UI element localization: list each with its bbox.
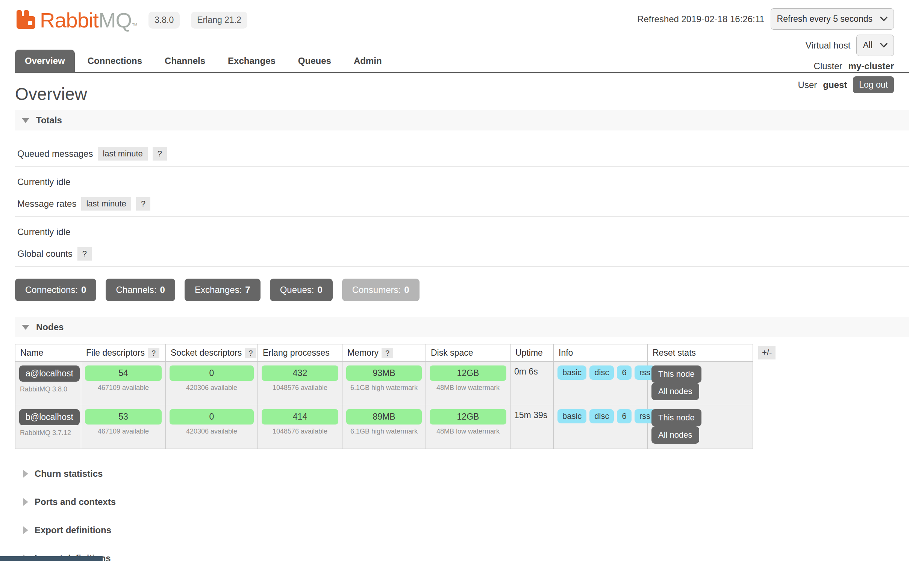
count-value: 0 xyxy=(317,285,322,295)
count-label: Exchanges: xyxy=(195,285,242,295)
memory-sub: 6.1GB high watermark xyxy=(346,428,422,435)
count-value: 7 xyxy=(245,285,250,295)
info-badge-disc: disc xyxy=(589,409,614,423)
virtual-host-select[interactable]: All xyxy=(856,35,894,56)
rates-period-badge[interactable]: last minute xyxy=(81,197,131,211)
disk-space-bar: 12GB xyxy=(430,409,506,425)
virtual-host-value: All xyxy=(863,40,872,50)
tab-connections[interactable]: Connections xyxy=(78,50,152,72)
memory-bar: 89MB xyxy=(346,409,422,425)
col-socket-descriptors: Socket descriptors? xyxy=(166,344,258,362)
expand-triangle-icon xyxy=(23,470,28,478)
global-counts-help-icon[interactable]: ? xyxy=(77,247,92,261)
disk-space-sub: 48MB low watermark xyxy=(430,428,506,435)
nodes-table: Name File descriptors? Socket descriptor… xyxy=(15,344,753,449)
rabbitmq-logo-icon xyxy=(15,9,37,31)
refreshed-timestamp: Refreshed 2019-02-18 16:26:11 xyxy=(637,14,764,24)
node-row-b: b@localhost RabbitMQ 3.7.12 53 467109 av… xyxy=(15,405,753,449)
socket-descriptors-sub: 420306 available xyxy=(170,428,254,435)
cluster-name: my-cluster xyxy=(848,61,894,71)
count-value: 0 xyxy=(81,285,86,295)
refresh-interval-value: Refresh every 5 seconds xyxy=(777,14,872,24)
divider xyxy=(15,216,909,217)
virtual-host-label: Virtual host xyxy=(806,40,851,51)
brand-mq: MQ xyxy=(98,8,132,32)
collapse-triangle-icon xyxy=(22,118,29,123)
queues-count-button[interactable]: Queues:0 xyxy=(270,279,333,301)
exchanges-count-button[interactable]: Exchanges:7 xyxy=(185,279,261,301)
info-badge-basic: basic xyxy=(557,409,586,423)
info-badge-basic: basic xyxy=(557,365,586,380)
tab-channels[interactable]: Channels xyxy=(155,50,215,72)
col-disk-space: Disk space xyxy=(426,344,510,362)
file-descriptors-sub: 467109 available xyxy=(85,384,162,392)
tab-overview[interactable]: Overview xyxy=(15,50,75,72)
col-memory: Memory? xyxy=(342,344,426,362)
memory-help-icon[interactable]: ? xyxy=(382,348,393,358)
file-descriptors-bar: 54 xyxy=(85,365,162,381)
socket-descriptors-bar: 0 xyxy=(170,365,254,381)
section-title-nodes: Nodes xyxy=(36,322,64,332)
reset-all-nodes-button[interactable]: All nodes xyxy=(651,426,699,444)
rates-idle-text: Currently idle xyxy=(15,227,909,237)
column-toggle-button[interactable]: +/- xyxy=(758,346,776,359)
section-header-export-definitions[interactable]: Export definitions xyxy=(15,525,909,535)
erlang-processes-sub: 1048576 available xyxy=(262,384,338,392)
consumers-count-button[interactable]: Consumers:0 xyxy=(342,279,420,301)
global-counts-row: Connections:0 Channels:0 Exchanges:7 Que… xyxy=(15,279,909,301)
channels-count-button[interactable]: Channels:0 xyxy=(106,279,175,301)
socket-descriptors-sub: 420306 available xyxy=(170,384,254,392)
queued-messages-line: Queued messages last minute ? xyxy=(15,147,909,161)
user-name: guest xyxy=(823,80,847,90)
info-badge-6: 6 xyxy=(617,365,631,380)
tab-queues[interactable]: Queues xyxy=(288,50,341,72)
rates-help-icon[interactable]: ? xyxy=(136,197,150,211)
message-rates-line: Message rates last minute ? xyxy=(15,197,909,211)
section-header-totals[interactable]: Totals xyxy=(15,110,909,130)
file-descriptors-help-icon[interactable]: ? xyxy=(148,348,159,358)
section-header-churn-statistics[interactable]: Churn statistics xyxy=(15,469,909,479)
section-header-nodes[interactable]: Nodes xyxy=(15,317,909,337)
count-label: Queues: xyxy=(280,285,314,295)
info-badge-disc: disc xyxy=(589,365,614,380)
node-row-a: a@localhost RabbitMQ 3.8.0 54 467109 ava… xyxy=(15,362,753,405)
header-status-block: Refreshed 2019-02-18 16:26:11 Refresh ev… xyxy=(637,8,894,93)
socket-descriptors-help-icon[interactable]: ? xyxy=(245,348,256,358)
logout-button[interactable]: Log out xyxy=(853,76,894,93)
divider xyxy=(15,166,909,167)
tab-admin[interactable]: Admin xyxy=(344,50,392,72)
tab-exchanges[interactable]: Exchanges xyxy=(218,50,285,72)
count-label: Consumers: xyxy=(352,285,401,295)
count-label: Connections: xyxy=(25,285,78,295)
erlang-processes-bar: 432 xyxy=(262,365,338,381)
col-name: Name xyxy=(15,344,81,362)
queued-idle-text: Currently idle xyxy=(15,177,909,187)
queued-help-icon[interactable]: ? xyxy=(153,147,167,161)
erlang-processes-bar: 414 xyxy=(262,409,338,425)
section-header-ports-and-contexts[interactable]: Ports and contexts xyxy=(15,497,909,507)
refresh-interval-select[interactable]: Refresh every 5 seconds xyxy=(771,8,894,30)
connections-count-button[interactable]: Connections:0 xyxy=(15,279,96,301)
version-badge: 3.8.0 xyxy=(148,12,180,29)
reset-all-nodes-button[interactable]: All nodes xyxy=(651,383,699,400)
node-name-badge: b@localhost xyxy=(19,409,80,425)
count-value: 0 xyxy=(404,285,409,295)
chevron-down-icon xyxy=(880,43,888,48)
node-name-badge: a@localhost xyxy=(19,365,80,382)
info-badge-6: 6 xyxy=(617,409,631,423)
queued-messages-label: Queued messages xyxy=(17,149,93,159)
col-uptime: Uptime xyxy=(510,344,554,362)
expand-triangle-icon xyxy=(23,526,28,534)
chevron-down-icon xyxy=(880,17,888,21)
section-header-import-definitions[interactable]: Import definitions xyxy=(15,553,909,561)
rabbitmq-logo[interactable]: RabbitMQ™ xyxy=(15,9,137,31)
reset-this-node-button[interactable]: This node xyxy=(651,409,701,426)
header: RabbitMQ™ 3.8.0 Erlang 21.2 Refreshed 20… xyxy=(15,0,909,72)
global-counts-label: Global counts xyxy=(17,249,73,259)
socket-descriptors-bar: 0 xyxy=(170,409,254,425)
queued-period-badge[interactable]: last minute xyxy=(98,147,147,161)
bottom-edge-fragment xyxy=(0,556,103,561)
col-erlang-processes: Erlang processes xyxy=(258,344,342,362)
reset-this-node-button[interactable]: This node xyxy=(651,365,701,383)
section-title-export-definitions: Export definitions xyxy=(35,525,111,535)
